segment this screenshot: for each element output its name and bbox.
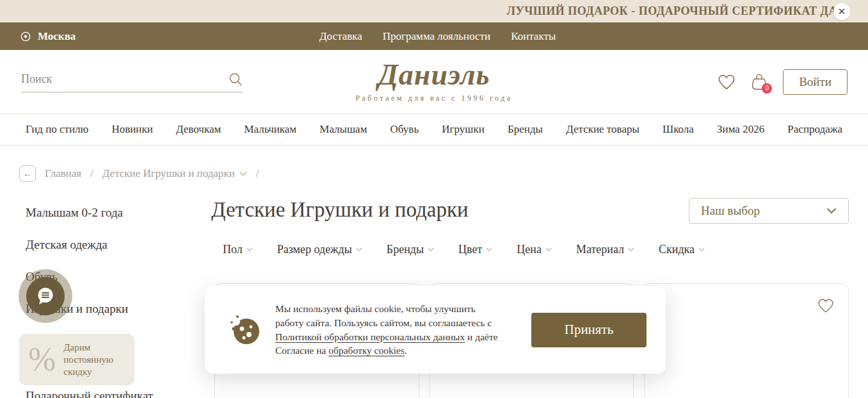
nav-item-shoes[interactable]: Обувь — [390, 123, 419, 136]
product-card[interactable]: ⚓ — [644, 283, 849, 398]
sidebar-item-certificate[interactable]: Подарочный сертификат — [26, 389, 211, 398]
close-icon[interactable]: ✕ — [833, 3, 850, 20]
topbar-link-contacts[interactable]: Контакты — [511, 30, 556, 43]
filter-label: Цена — [517, 243, 542, 256]
city-label: Москва — [38, 30, 76, 43]
cart-button[interactable]: 0 — [751, 73, 768, 91]
breadcrumb-separator-2: / — [256, 167, 259, 180]
filter-material[interactable]: Материал — [576, 243, 634, 256]
chevron-down-icon — [246, 247, 253, 252]
filter-label: Размер одежды — [277, 243, 352, 256]
logo[interactable]: Даниэль Работаем для вас с 1996 года — [355, 60, 512, 103]
heart-icon — [817, 298, 834, 313]
discount-promo-text: Дарим постоянную скидку — [63, 342, 122, 377]
header: Даниэль Работаем для вас с 1996 года 0 В… — [0, 50, 868, 113]
filter-label: Пол — [223, 243, 243, 256]
promo-banner: ЛУЧШИЙ ПОДАРОК - ПОДАРОЧНЫЙ СЕРТИФИКАТ Д… — [0, 0, 868, 22]
chevron-down-icon — [698, 247, 705, 252]
main-nav: Гид по стилю Новинки Девочкам Мальчикам … — [0, 113, 868, 145]
breadcrumb-back-button[interactable]: ← — [19, 165, 36, 182]
city-selector[interactable]: Москва — [0, 30, 76, 43]
topbar-link-loyalty[interactable]: Программа лояльности — [383, 30, 490, 43]
cookie-icon — [228, 313, 261, 347]
promo-banner-text: ЛУЧШИЙ ПОДАРОК - ПОДАРОЧНЫЙ СЕРТИФИКАТ Д… — [507, 4, 868, 18]
breadcrumb-current-label: Детские Игрушки и подарки — [102, 167, 235, 180]
sidebar-item-clothes[interactable]: Детская одежда — [26, 238, 211, 252]
filter-row: Пол Размер одежды Бренды Цвет Цена Матер… — [211, 243, 849, 256]
sidebar-item-babies[interactable]: Малышам 0-2 года — [26, 206, 211, 220]
heart-icon — [718, 74, 735, 90]
chevron-down-icon — [428, 247, 434, 252]
breadcrumb: ← Главная / Детские Игрушки и подарки / — [0, 145, 868, 182]
page: ЛУЧШИЙ ПОДАРОК - ПОДАРОЧНЫЙ СЕРТИФИКАТ Д… — [0, 0, 868, 398]
percent-icon: % — [28, 343, 56, 376]
cart-count-badge: 0 — [762, 83, 772, 94]
nav-item-babies[interactable]: Малышам — [319, 123, 367, 136]
breadcrumb-separator: / — [90, 167, 93, 180]
nav-item-style-guide[interactable]: Гид по стилю — [26, 123, 88, 136]
logo-tagline: Работаем для вас с 1996 года — [355, 94, 512, 103]
chat-bubble-icon — [35, 286, 56, 306]
chevron-down-icon — [486, 247, 492, 252]
filter-label: Бренды — [387, 243, 424, 256]
filter-price[interactable]: Цена — [517, 243, 552, 256]
sort-select-value: Наш выбор — [701, 204, 760, 218]
nav-item-school[interactable]: Школа — [663, 123, 694, 136]
nav-item-brands[interactable]: Бренды — [508, 123, 543, 136]
filter-color[interactable]: Цвет — [458, 243, 492, 256]
chevron-down-icon — [356, 247, 362, 252]
sort-select[interactable]: Наш выбор — [689, 198, 849, 224]
title-row: Детские Игрушки и подарки Наш выбор — [211, 198, 849, 224]
filter-label: Скидка — [659, 243, 695, 256]
filter-label: Материал — [576, 243, 624, 256]
cookie-policy-link[interactable]: Политикой обработки персональных данных — [275, 331, 465, 342]
favorite-button[interactable] — [817, 298, 834, 315]
favorites-button[interactable] — [718, 74, 735, 90]
logo-text: Даниэль — [355, 60, 512, 90]
filter-gender[interactable]: Пол — [223, 243, 253, 256]
nav-item-sale[interactable]: Распродажа — [787, 123, 842, 136]
nav-item-winter[interactable]: Зима 2026 — [717, 123, 764, 136]
cookie-text-part1: Мы используем файлы cookie, чтобы улучши… — [275, 303, 492, 328]
breadcrumb-home[interactable]: Главная — [45, 167, 81, 180]
chevron-down-icon — [826, 208, 837, 214]
chevron-down-icon — [239, 171, 247, 176]
login-button[interactable]: Войти — [783, 69, 848, 95]
breadcrumb-current[interactable]: Детские Игрушки и подарки — [102, 167, 247, 180]
search-input[interactable] — [21, 72, 228, 86]
topbar-links: Доставка Программа лояльности Контакты — [319, 30, 556, 43]
nav-item-kids-goods[interactable]: Детские товары — [566, 123, 639, 136]
filter-size[interactable]: Размер одежды — [277, 243, 362, 256]
cookie-text-part3: . — [405, 345, 407, 356]
filter-discount[interactable]: Скидка — [659, 243, 705, 256]
nav-item-toys[interactable]: Игрушки — [442, 123, 484, 136]
nav-item-boys[interactable]: Мальчикам — [244, 123, 296, 136]
cookie-banner: Мы используем файлы cookie, чтобы улучши… — [205, 286, 666, 374]
search-box — [21, 71, 243, 92]
nav-item-new[interactable]: Новинки — [111, 123, 152, 136]
discount-promo-box[interactable]: % Дарим постоянную скидку — [19, 334, 134, 385]
cookie-message: Мы используем файлы cookie, чтобы улучши… — [275, 302, 506, 358]
filter-label: Цвет — [458, 243, 482, 256]
search-icon[interactable] — [228, 71, 243, 87]
nav-item-girls[interactable]: Девочкам — [176, 123, 221, 136]
chat-widget-button[interactable] — [19, 269, 72, 323]
chevron-down-icon — [545, 247, 552, 252]
cookie-processing-link[interactable]: обработку cookies — [328, 345, 405, 356]
topbar: Москва Доставка Программа лояльности Кон… — [0, 22, 868, 50]
filter-brands[interactable]: Бренды — [387, 243, 434, 256]
header-actions: 0 Войти — [718, 69, 848, 95]
chat-fab-circle — [26, 277, 65, 315]
cookie-accept-button[interactable]: Принять — [531, 313, 647, 347]
page-title: Детские Игрушки и подарки — [211, 198, 469, 221]
topbar-link-delivery[interactable]: Доставка — [319, 30, 362, 43]
chevron-down-icon — [628, 247, 634, 252]
location-icon — [19, 30, 32, 43]
